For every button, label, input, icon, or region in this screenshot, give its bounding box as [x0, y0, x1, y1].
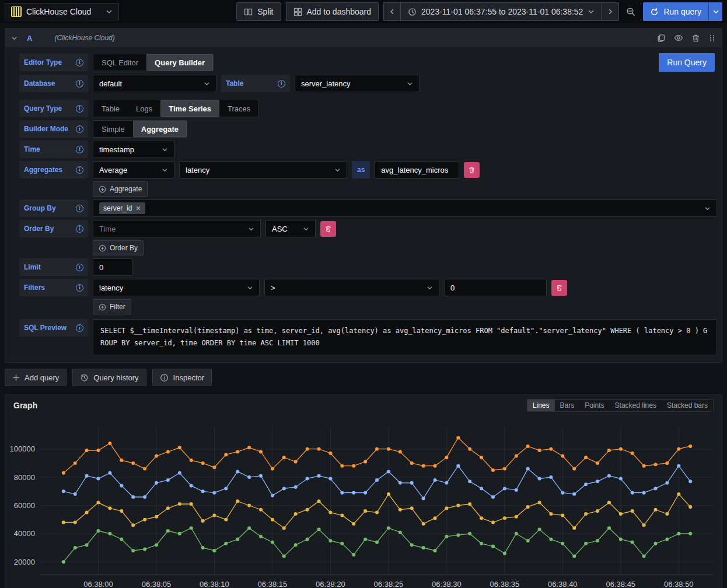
- add-aggregate-button[interactable]: Aggregate: [93, 181, 148, 197]
- svg-text:06:38:50: 06:38:50: [664, 580, 694, 588]
- svg-text:06:38:25: 06:38:25: [374, 580, 404, 588]
- chevron-down-icon: [334, 167, 341, 173]
- aggregate-function-select[interactable]: Average: [93, 161, 174, 178]
- aggregates-label: Aggregatesi: [19, 161, 88, 178]
- inspector-button[interactable]: Inspector: [152, 369, 212, 386]
- time-column-label: Timei: [19, 141, 88, 158]
- svg-text:80000: 80000: [14, 473, 35, 482]
- chevron-down-icon: [248, 226, 254, 232]
- svg-text:06:38:35: 06:38:35: [490, 580, 520, 588]
- order-by-direction-select[interactable]: ASC: [265, 220, 316, 237]
- remove-aggregate-button[interactable]: [464, 162, 480, 178]
- run-query-button[interactable]: Run query: [643, 2, 708, 21]
- zoom-out-button[interactable]: [624, 2, 638, 21]
- remove-chip-icon[interactable]: ✕: [135, 205, 141, 212]
- time-range-picker[interactable]: 2023-11-01 06:37:55 to 2023-11-01 06:38:…: [400, 2, 602, 21]
- time-shift-back-button[interactable]: [383, 2, 400, 21]
- run-query-panel-button[interactable]: Run Query: [659, 53, 715, 72]
- builder-mode-aggregate[interactable]: Aggregate: [133, 121, 187, 137]
- run-query-group: Run query: [643, 2, 722, 21]
- delete-query-icon[interactable]: [691, 34, 700, 43]
- aggregate-alias-input[interactable]: avg_latency_micros: [375, 161, 459, 178]
- dashboard-grid-icon: [293, 8, 302, 16]
- split-button[interactable]: Split: [236, 2, 281, 21]
- info-icon: i: [76, 205, 83, 212]
- info-icon: i: [76, 166, 83, 174]
- filter-operator-select[interactable]: >: [264, 279, 439, 296]
- database-select[interactable]: default: [93, 75, 216, 92]
- svg-text:06:38:00: 06:38:00: [83, 580, 113, 588]
- query-history-button[interactable]: Query history: [72, 369, 146, 386]
- add-filter-button[interactable]: Filter: [93, 299, 131, 314]
- svg-text:06:38:40: 06:38:40: [548, 580, 578, 588]
- graph-style-points[interactable]: Points: [579, 400, 609, 411]
- time-series-chart[interactable]: 2000040000600008000010000006:38:0006:38:…: [10, 421, 718, 588]
- toggle-visibility-icon[interactable]: [674, 33, 683, 43]
- info-icon: i: [76, 146, 83, 153]
- group-by-chip[interactable]: server_id ✕: [99, 202, 145, 214]
- editor-type-query-builder[interactable]: Query Builder: [146, 54, 213, 71]
- collapse-chevron-icon[interactable]: [11, 35, 18, 41]
- editor-type-sql-editor[interactable]: SQL Editor: [93, 54, 146, 71]
- clock-icon: [408, 8, 417, 16]
- query-ref-id: A: [27, 34, 32, 43]
- svg-text:06:38:05: 06:38:05: [142, 580, 172, 588]
- graph-style-toggle: Lines Bars Points Stacked lines Stacked …: [527, 399, 714, 412]
- filter-field-select[interactable]: latency: [93, 279, 260, 296]
- query-editor-panel: A (ClickHouse Cloud): [5, 28, 722, 363]
- add-order-by-button[interactable]: Order By: [93, 240, 144, 256]
- drag-handle-icon[interactable]: [708, 34, 716, 42]
- chevron-down-icon: [303, 226, 309, 232]
- time-shift-forward-button[interactable]: [602, 2, 619, 21]
- query-type-table[interactable]: Table: [93, 100, 128, 117]
- graph-style-stacked-bars[interactable]: Stacked bars: [662, 400, 713, 411]
- graph-style-bars[interactable]: Bars: [555, 400, 580, 411]
- editor-type-toggle: SQL Editor Query Builder: [93, 54, 214, 71]
- history-icon: [80, 373, 89, 382]
- graph-style-lines[interactable]: Lines: [527, 400, 555, 411]
- time-range-group: 2023-11-01 06:37:55 to 2023-11-01 06:38:…: [383, 2, 619, 21]
- time-column-select[interactable]: timestamp: [93, 141, 174, 158]
- graph-panel-title: Graph: [13, 401, 37, 410]
- info-icon: i: [76, 225, 83, 233]
- explore-toolbar: Add query Query history Inspector: [5, 368, 722, 390]
- add-to-dashboard-label: Add to dashboard: [307, 7, 372, 16]
- run-query-dropdown-button[interactable]: [708, 2, 722, 21]
- chevron-down-icon: [106, 8, 113, 15]
- graph-style-stacked-lines[interactable]: Stacked lines: [610, 400, 662, 411]
- builder-mode-toggle: Simple Aggregate: [93, 120, 187, 138]
- svg-text:60000: 60000: [14, 501, 35, 510]
- chevron-down-icon: [588, 8, 595, 15]
- query-type-time-series[interactable]: Time Series: [160, 100, 219, 117]
- datasource-picker[interactable]: ClickHouse Cloud: [5, 3, 119, 20]
- query-type-traces[interactable]: Traces: [219, 100, 258, 117]
- query-type-label: Query Typei: [19, 100, 88, 117]
- group-by-multiselect[interactable]: server_id ✕: [93, 200, 717, 217]
- order-by-label: Order Byi: [19, 220, 88, 237]
- database-label: Databasei: [19, 75, 88, 92]
- order-by-field-select[interactable]: Time: [93, 220, 261, 237]
- limit-input[interactable]: 0: [93, 258, 132, 276]
- chevron-down-icon: [704, 205, 711, 212]
- remove-filter-button[interactable]: [551, 280, 567, 296]
- plus-circle-icon: [99, 244, 106, 252]
- top-bar: ClickHouse Cloud Split Add to dashboard: [0, 0, 727, 23]
- svg-text:06:38:30: 06:38:30: [432, 580, 462, 588]
- plus-circle-icon: [99, 303, 106, 311]
- group-by-label: Group Byi: [19, 200, 88, 217]
- filter-value-input[interactable]: 0: [444, 279, 547, 296]
- editor-type-label: Editor Typei: [19, 54, 88, 71]
- builder-mode-simple[interactable]: Simple: [93, 121, 133, 137]
- table-select[interactable]: server_latency: [295, 75, 420, 92]
- duplicate-query-icon[interactable]: [657, 34, 666, 43]
- remove-order-by-button[interactable]: [320, 221, 336, 237]
- split-icon: [244, 8, 253, 16]
- query-type-logs[interactable]: Logs: [128, 100, 160, 117]
- aggregate-column-select[interactable]: latency: [179, 161, 347, 178]
- query-type-toggle: Table Logs Time Series Traces: [93, 100, 259, 117]
- chevron-down-icon: [162, 167, 168, 173]
- add-query-button[interactable]: Add query: [5, 369, 67, 386]
- clickhouse-logo-icon: [11, 6, 22, 17]
- table-label: Tablei: [221, 75, 290, 92]
- add-to-dashboard-button[interactable]: Add to dashboard: [286, 2, 379, 21]
